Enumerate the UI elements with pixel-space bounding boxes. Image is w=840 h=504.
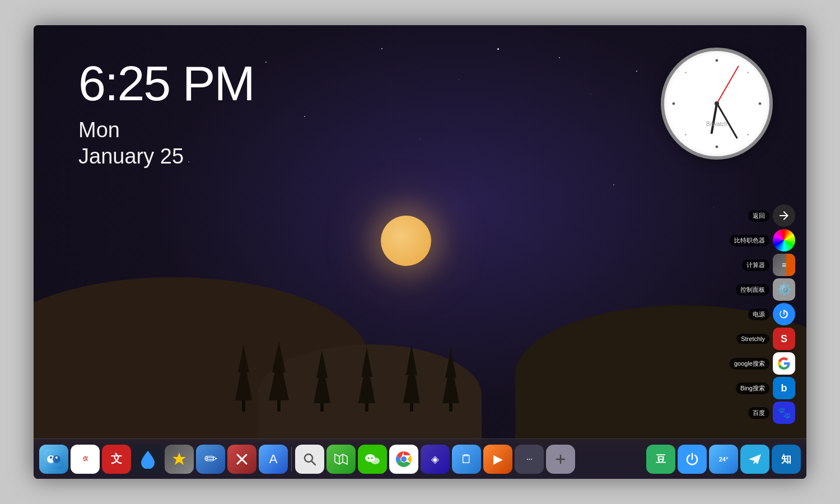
dock-power[interactable] [678,445,707,474]
menu-item-google[interactable]: google搜索 [730,352,795,375]
dock-cross[interactable] [227,445,256,474]
svg-point-21 [759,102,762,105]
svg-marker-7 [316,350,328,378]
menu-label-stretchly: Stretchly [736,334,769,344]
dock-separator-1 [291,447,292,472]
svg-marker-4 [272,342,286,372]
svg-point-19 [716,146,718,148]
svg-point-22 [685,72,687,73]
menu-label-colorpicker: 比特职色器 [730,235,769,246]
date-text: January 25 [78,144,254,169]
svg-marker-34 [335,454,347,464]
svg-point-39 [368,457,370,459]
landscape [34,311,806,445]
dock-more[interactable]: ··· [515,445,544,474]
menu-label-bing: Bing搜索 [736,382,769,394]
menu-icon-calculator[interactable]: ≡ [773,254,795,276]
dock-appstore[interactable]: A [259,445,288,474]
menu-item-bing[interactable]: Bing搜索 b [730,377,795,399]
dock: 仪 文 ✏ A [34,438,806,479]
menu-item-baidu[interactable]: 百度 🐾 [730,402,795,424]
time-text: 6:25 PM [78,59,254,108]
menu-icon-stretchly[interactable]: S [773,328,795,350]
menu-item-colorpicker[interactable]: 比特职色器 [730,229,795,251]
menu-label-power: 电源 [748,309,769,320]
dock-calendar[interactable]: 仪 [71,445,100,474]
svg-rect-8 [320,403,324,412]
dock-video[interactable]: ▶ [483,445,512,474]
svg-point-20 [673,102,675,105]
svg-point-24 [685,134,687,136]
svg-rect-11 [365,403,368,412]
menu-item-back[interactable]: 返回 [730,204,795,227]
day-text: Mon [78,118,254,142]
dock-left-group: 仪 文 ✏ A [39,445,288,474]
menu-icon-bing[interactable]: b [773,377,795,399]
menu-item-stretchly[interactable]: Stretchly S [730,328,795,350]
menu-icon-baidu[interactable]: 🐾 [773,402,795,424]
dock-right-group: 豆 24° 知 [646,445,801,474]
svg-point-25 [747,134,749,136]
dock-search[interactable] [295,445,324,474]
menu-icon-google[interactable] [773,352,795,375]
menu-label-back: 返回 [748,210,769,222]
svg-marker-16 [445,349,456,378]
menu-icon-sysprefs[interactable]: ⚙️ [773,278,795,301]
svg-rect-2 [242,400,245,412]
clock-center [715,101,719,106]
dock-douban[interactable]: 豆 [646,445,675,474]
dock-middle-group: ◈ 🗒 ▶ ··· [295,445,544,474]
dock-expand[interactable] [546,445,575,474]
menu-label-calculator: 计算器 [742,259,769,271]
dock-weather[interactable]: 24° [709,445,738,474]
svg-rect-5 [277,400,281,412]
svg-point-43 [401,456,407,462]
clock-face [661,48,773,160]
menu-label-baidu: 百度 [748,407,769,419]
menu-item-sysprefs[interactable]: 控制面板 ⚙️ [730,278,795,301]
desktop-screen: 6:25 PM Mon January 25 返回 [34,25,806,479]
svg-rect-14 [410,403,413,412]
time-display: 6:25 PM Mon January 25 [78,59,254,169]
dock-zhihu[interactable]: 知 [772,445,801,474]
svg-point-23 [747,72,749,73]
moon [381,216,431,266]
svg-rect-17 [449,403,452,412]
dock-notes[interactable]: 🗒 [452,445,481,474]
svg-marker-1 [238,344,249,372]
menu-label-sysprefs: 控制面板 [736,284,769,296]
dock-pencil[interactable]: ✏ [196,445,225,474]
svg-marker-13 [406,344,417,375]
dock-chrome[interactable] [389,445,418,474]
svg-point-29 [50,456,52,459]
svg-point-30 [55,456,58,459]
dock-maps[interactable] [326,445,356,474]
menu-icon-back[interactable] [773,204,795,227]
clock-widget [661,48,773,160]
dock-finder[interactable] [39,445,68,474]
svg-line-33 [311,461,315,465]
dock-mosaic[interactable]: ◈ [421,445,450,474]
dock-wechat[interactable] [358,445,387,474]
dock-telegram[interactable] [740,445,769,474]
svg-point-18 [716,59,718,62]
menu-icon-power[interactable] [773,303,795,325]
dock-wps[interactable]: 文 [102,445,131,474]
menu-icon-colorpicker[interactable] [773,229,795,251]
menu-label-google: google搜索 [730,358,769,370]
svg-marker-10 [361,347,372,377]
app-menu: 返回 比特职色器 计算器 ≡ 控制面板 ⚙️ 电源 [730,204,795,424]
svg-marker-31 [172,452,186,465]
dock-launchpad[interactable] [165,445,194,474]
menu-item-power[interactable]: 电源 [730,303,795,325]
svg-point-40 [371,457,373,459]
menu-item-calculator[interactable]: 计算器 ≡ [730,254,795,276]
dock-drop[interactable] [133,445,162,474]
